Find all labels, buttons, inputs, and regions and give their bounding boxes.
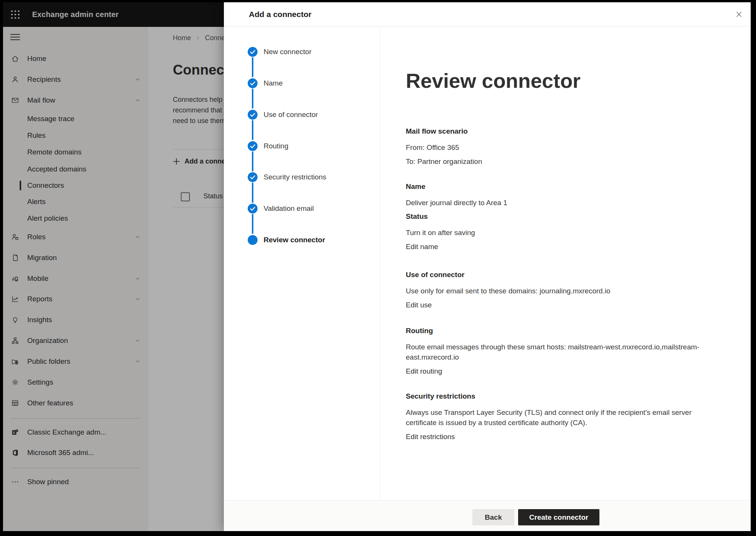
review-heading: Review connector	[406, 70, 581, 92]
section-routing: Routing Route email messages through the…	[406, 326, 702, 376]
section-name: Name Deliver journal directly to Area 1 …	[406, 182, 702, 252]
mailflow-from: From: Office 365	[406, 142, 702, 153]
edit-name-link[interactable]: Edit name	[406, 242, 438, 252]
step-complete-check-icon	[248, 141, 258, 151]
wizard-divider	[380, 26, 380, 500]
step-connector-line	[252, 151, 253, 171]
section-header: Use of connector	[406, 270, 702, 280]
edit-routing-link[interactable]: Edit routing	[406, 366, 442, 376]
step-complete-check-icon	[248, 78, 258, 88]
screenshot-frame: Exchange admin center Home Rec	[0, 0, 756, 536]
section-mail-flow-scenario: Mail flow scenario From: Office 365 To: …	[406, 126, 702, 170]
edit-restrictions-link[interactable]: Edit restrictions	[406, 432, 455, 442]
section-use-of-connector: Use of connector Use only for email sent…	[406, 270, 702, 310]
mailflow-to: To: Partner organization	[406, 156, 702, 167]
connector-name-value: Deliver journal directly to Area 1	[406, 198, 702, 208]
step-connector-line	[252, 89, 253, 109]
create-connector-button[interactable]: Create connector	[518, 509, 599, 525]
status-value: Turn it on after saving	[406, 227, 702, 238]
security-value: Always use Transport Layer Security (TLS…	[406, 407, 702, 428]
section-header: Routing	[406, 326, 702, 336]
step-complete-check-icon	[248, 110, 258, 120]
step-current-dot-icon	[248, 235, 258, 245]
back-button[interactable]: Back	[472, 509, 514, 525]
exchange-admin-app: Exchange admin center Home Rec	[3, 2, 751, 531]
panel-footer: Back Create connector	[224, 500, 751, 531]
step-connector-line	[252, 214, 253, 234]
routing-value: Route email messages through these smart…	[406, 342, 702, 362]
step-connector-line	[252, 57, 253, 77]
section-security-restrictions: Security restrictions Always use Transpo…	[406, 391, 702, 442]
review-pane: Review connector Mail flow scenario From…	[406, 2, 751, 500]
add-connector-panel: Add a connector New connector	[224, 2, 751, 531]
use-value: Use only for email sent to these domains…	[406, 286, 702, 296]
edit-use-link[interactable]: Edit use	[406, 300, 432, 310]
step-connector-line	[252, 182, 253, 203]
status-subheader: Status	[406, 212, 702, 221]
step-complete-check-icon	[248, 47, 258, 57]
step-complete-check-icon	[248, 204, 258, 213]
step-complete-check-icon	[248, 172, 258, 182]
section-header: Security restrictions	[406, 391, 702, 401]
section-header: Name	[406, 182, 702, 192]
section-header: Mail flow scenario	[406, 126, 702, 136]
step-connector-line	[252, 120, 253, 140]
panel-title: Add a connector	[249, 2, 312, 26]
